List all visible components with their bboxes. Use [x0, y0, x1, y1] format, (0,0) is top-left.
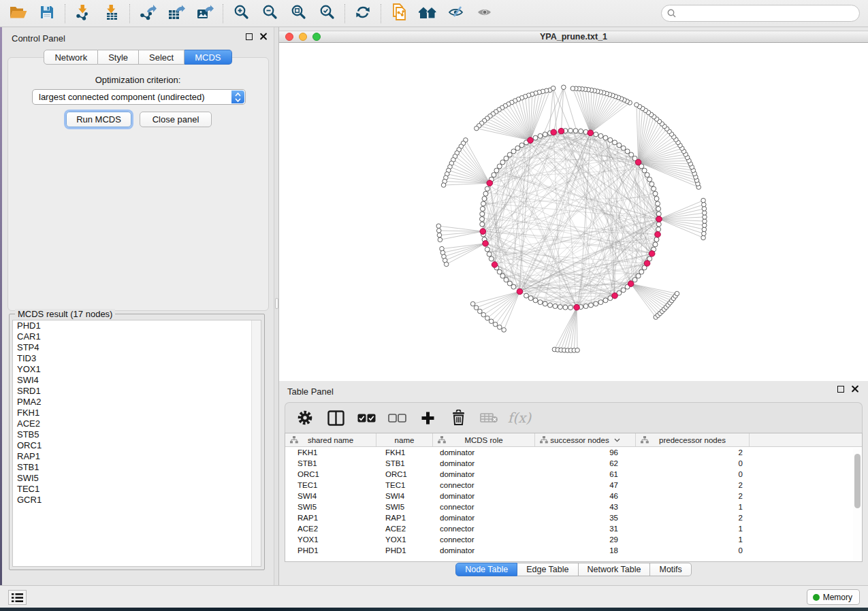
toolbar-separator — [129, 4, 130, 23]
mcds-result-item[interactable]: RAP1 — [13, 451, 261, 462]
zoom-fit-button[interactable] — [284, 3, 312, 24]
network-window-titlebar[interactable]: YPA_prune.txt_1 — [279, 31, 868, 43]
cell-mcds-role: dominator — [433, 459, 535, 467]
mcds-result-list[interactable]: PHD1CAR1STP4TID3YOX1SWI4SRD1PMA2FKH1ACE2… — [12, 320, 261, 567]
table-row[interactable]: RAP1RAP1dominator352 — [285, 512, 862, 523]
column-header-predecessor-nodes[interactable]: predecessor nodes — [636, 433, 750, 446]
cell-shared-name: PHD1 — [285, 546, 376, 555]
mcds-result-item[interactable]: ACE2 — [13, 418, 261, 429]
tab-network-table[interactable]: Network Table — [579, 563, 651, 576]
vertical-splitter[interactable] — [274, 27, 279, 585]
column-header-name[interactable]: name — [376, 433, 433, 446]
cell-mcds-role: connector — [433, 481, 535, 489]
table-row[interactable]: FKH1FKH1dominator962 — [285, 447, 862, 458]
tab-select[interactable]: Select — [139, 50, 184, 65]
create-column-button[interactable] — [416, 406, 439, 429]
table-row[interactable]: PHD1PHD1dominator180 — [285, 545, 862, 556]
splitter-handle[interactable] — [275, 298, 278, 309]
table-scrollbar-thumb[interactable] — [854, 454, 861, 508]
mcds-result-title: MCDS result (17 nodes) — [15, 309, 115, 319]
table-row[interactable]: ORC1ORC1dominator610 — [285, 469, 862, 480]
close-panel-button[interactable]: Close panel — [140, 112, 212, 127]
table-scrollbar[interactable] — [853, 448, 861, 561]
network-view-canvas[interactable] — [279, 43, 868, 381]
zoom-in-button[interactable] — [227, 3, 255, 24]
mcds-result-item[interactable]: SWI4 — [13, 375, 261, 386]
control-panel-title: Control Panel — [12, 33, 65, 44]
float-table-panel-icon[interactable] — [837, 386, 844, 393]
cell-shared-name: ACE2 — [285, 525, 376, 533]
memory-status-icon — [813, 594, 820, 601]
table-row[interactable]: TEC1TEC1connector472 — [285, 480, 862, 491]
zoom-out-button[interactable] — [255, 3, 284, 24]
mcds-result-item[interactable]: TEC1 — [13, 484, 261, 495]
save-session-button[interactable] — [33, 3, 61, 24]
panel-list-button[interactable] — [8, 590, 27, 605]
mcds-result-item[interactable]: STB1 — [13, 462, 261, 473]
table-row[interactable]: ACE2ACE2connector311 — [285, 523, 862, 534]
mcds-result-item[interactable]: YOX1 — [13, 364, 261, 375]
deselect-all-button[interactable] — [385, 406, 408, 429]
show-columns-button[interactable] — [324, 406, 347, 429]
cell-name: RAP1 — [376, 514, 433, 522]
zoom-selected-button[interactable] — [312, 3, 341, 24]
home-layout-button[interactable] — [413, 3, 442, 24]
table-row[interactable]: SWI4SWI4dominator462 — [285, 491, 862, 501]
table-delete-icon — [480, 412, 498, 423]
duplicate-network-button[interactable] — [385, 3, 413, 24]
refresh-button[interactable] — [349, 3, 377, 24]
open-file-button[interactable] — [4, 3, 33, 24]
tab-style[interactable]: Style — [98, 50, 139, 65]
tab-mcds[interactable]: MCDS — [184, 50, 231, 65]
function-builder-button: f(x) — [508, 406, 531, 429]
float-panel-icon[interactable] — [246, 33, 253, 40]
show-all-button[interactable] — [470, 3, 499, 24]
mcds-result-item[interactable]: STP4 — [13, 342, 261, 353]
run-mcds-button[interactable]: Run MCDS — [66, 112, 131, 127]
mcds-result-item[interactable]: ORC1 — [13, 440, 261, 451]
close-table-panel-icon[interactable] — [851, 385, 858, 393]
table-mode-button[interactable] — [293, 406, 317, 429]
search-input[interactable] — [679, 9, 854, 18]
table-row[interactable]: SWI5SWI5connector431 — [285, 501, 862, 512]
tab-motifs[interactable]: Motifs — [650, 563, 691, 576]
mcds-result-item[interactable]: CAR1 — [13, 331, 261, 342]
tab-edge-table[interactable]: Edge Table — [517, 563, 578, 576]
delete-column-button[interactable] — [447, 406, 470, 429]
mcds-result-item[interactable]: FKH1 — [13, 408, 261, 418]
tab-network[interactable]: Network — [44, 50, 98, 65]
export-table-button[interactable] — [162, 3, 191, 24]
export-image-button[interactable] — [191, 3, 219, 24]
column-header-successor-nodes[interactable]: successor nodes — [535, 433, 636, 446]
search-icon — [667, 9, 676, 18]
mcds-result-item[interactable]: SWI5 — [13, 473, 261, 484]
trash-icon — [451, 410, 466, 426]
table-row[interactable]: YOX1YOX1connector291 — [285, 534, 862, 545]
column-header-mcds-role[interactable]: MCDS role — [433, 433, 535, 446]
mcds-result-item[interactable]: PHD1 — [13, 320, 261, 331]
mcds-list-scrollbar[interactable] — [251, 320, 261, 566]
mcds-result-item[interactable]: SRD1 — [13, 386, 261, 397]
cell-predecessor-nodes: 1 — [636, 535, 750, 544]
node-table-header: shared namenameMCDS rolesuccessor nodesp… — [285, 433, 862, 447]
criterion-dropdown[interactable]: largest connected component (undirected) — [32, 89, 246, 105]
cell-predecessor-nodes: 2 — [636, 481, 750, 489]
table-row[interactable]: STB1STB1dominator620 — [285, 458, 862, 469]
mcds-result-item[interactable]: STB5 — [13, 429, 261, 440]
cell-successor-nodes: 96 — [535, 448, 636, 457]
import-table-button[interactable] — [97, 3, 126, 24]
cell-successor-nodes: 62 — [535, 459, 636, 467]
close-panel-icon[interactable] — [259, 33, 267, 40]
mcds-result-item[interactable]: GCR1 — [13, 495, 261, 506]
column-header-shared-name[interactable]: shared name — [285, 433, 376, 446]
gear-icon — [297, 410, 313, 426]
select-all-button[interactable] — [355, 406, 378, 429]
node-table-body: FKH1FKH1dominator962STB1STB1dominator620… — [285, 447, 862, 556]
memory-button[interactable]: Memory — [807, 589, 860, 605]
tab-node-table[interactable]: Node Table — [455, 563, 517, 576]
mcds-result-item[interactable]: TID3 — [13, 353, 261, 364]
mcds-result-item[interactable]: PMA2 — [13, 397, 261, 408]
import-network-button[interactable] — [69, 3, 97, 24]
hide-selected-button[interactable] — [442, 3, 470, 24]
export-network-button[interactable] — [133, 3, 162, 24]
